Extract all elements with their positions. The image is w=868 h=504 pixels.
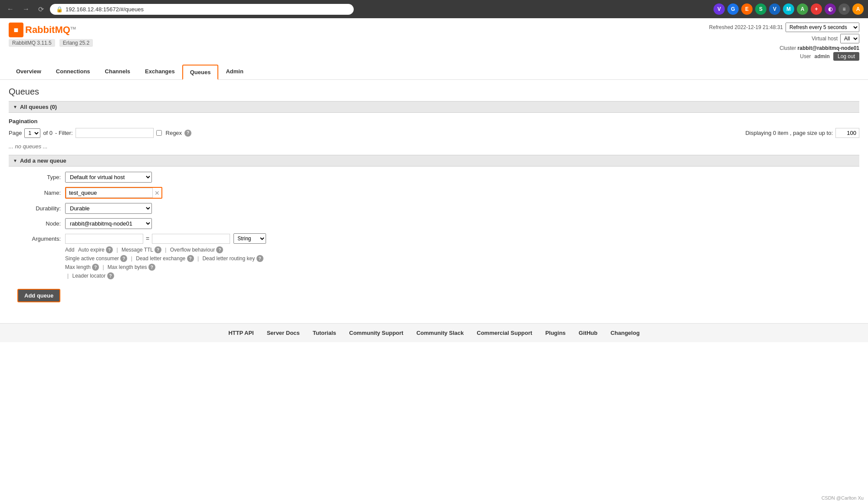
arg-links-row4: | Leader locator ? (65, 272, 859, 279)
display-info: Displaying 0 item , page size up to: (745, 128, 859, 138)
footer-community-support[interactable]: Community Support (349, 330, 404, 336)
arg-auto-expire-link[interactable]: Auto expire (78, 247, 105, 253)
add-queue-button[interactable]: Add queue (17, 289, 60, 302)
name-clear-button[interactable]: ✕ (153, 190, 161, 196)
regex-label: Regex (166, 130, 182, 136)
ext-icon-8: + (811, 3, 822, 15)
page-size-input[interactable] (835, 128, 859, 138)
auto-expire-help-icon[interactable]: ? (106, 246, 113, 253)
footer-plugins[interactable]: Plugins (545, 330, 566, 336)
vhost-dropdown[interactable]: All / (840, 34, 859, 43)
filter-label: - Filter: (55, 130, 72, 136)
of-zero-text: of 0 (43, 130, 53, 136)
footer-changelog[interactable]: Changelog (611, 330, 640, 336)
nav-overview[interactable]: Overview (9, 64, 49, 79)
user-value: admin (815, 53, 830, 59)
node-label: Node: (9, 220, 61, 227)
footer-http-api[interactable]: HTTP API (228, 330, 254, 336)
reload-button[interactable]: ⟳ (36, 3, 46, 15)
nav-channels[interactable]: Channels (98, 64, 138, 79)
arg-max-length-bytes-link[interactable]: Max length bytes (108, 264, 147, 270)
browser-bar: ← → ⟳ 🔒 192.168.12.48:15672/#/queues V G… (0, 0, 868, 18)
main-content: Queues ▼ All queues (0) Pagination Page … (0, 80, 868, 314)
name-input-wrapper: ✕ (65, 187, 162, 199)
forward-button[interactable]: → (20, 3, 32, 15)
browser-extensions: V G E S V M A + ◐ ≡ A (713, 3, 864, 15)
cluster-label: Cluster (779, 45, 796, 51)
ext-icon-3: E (741, 3, 753, 15)
max-length-help-icon[interactable]: ? (92, 264, 99, 271)
arg-dead-letter-routing-key-link[interactable]: Dead letter routing key (202, 255, 255, 262)
filter-input[interactable] (76, 128, 154, 138)
add-queue-form: Type: Default for virtual host Classic Q… (9, 172, 859, 302)
name-row: Name: ✕ (9, 187, 859, 199)
arguments-value-input[interactable] (152, 234, 230, 244)
logo-icon: ■ (9, 23, 23, 37)
nav-connections[interactable]: Connections (49, 64, 98, 79)
arg-message-ttl-link[interactable]: Message TTL (122, 247, 153, 253)
name-label: Name: (9, 190, 61, 196)
message-ttl-help-icon[interactable]: ? (155, 246, 161, 253)
arguments-type-select[interactable]: String Number Boolean List (233, 233, 266, 244)
vhost-label: Virtual host (812, 36, 838, 42)
max-length-bytes-help-icon[interactable]: ? (148, 264, 155, 271)
arg-max-length-link[interactable]: Max length (65, 264, 91, 270)
single-active-help-icon[interactable]: ? (120, 255, 127, 262)
ext-icon-4: S (755, 3, 766, 15)
ext-icon-5: V (769, 3, 780, 15)
pagination-section: Pagination Page 1 of 0 - Filter: Regex ?… (9, 118, 859, 138)
no-queues-text: ... no queues ... (9, 143, 859, 150)
nav-admin[interactable]: Admin (218, 64, 250, 79)
ext-icon-9: ◐ (825, 3, 836, 15)
ext-icon-10: ≡ (838, 3, 850, 15)
footer-server-docs[interactable]: Server Docs (267, 330, 300, 336)
logo-tm: TM (70, 26, 76, 30)
add-queue-section: ▼ Add a new queue Type: Default for virt… (9, 155, 859, 302)
leader-locator-help-icon[interactable]: ? (107, 272, 114, 279)
type-select[interactable]: Default for virtual host Classic Quorum … (65, 172, 152, 183)
collapse-arrow-icon: ▼ (13, 105, 17, 109)
arg-links-row3: Max length ? | Max length bytes ? (65, 264, 859, 271)
all-queues-section-header[interactable]: ▼ All queues (0) (9, 101, 859, 113)
footer-commercial-support[interactable]: Commercial Support (477, 330, 533, 336)
main-nav: Overview Connections Channels Exchanges … (9, 64, 859, 79)
ext-icon-7: A (797, 3, 808, 15)
arg-single-active-link[interactable]: Single active consumer (65, 255, 119, 262)
arg-links-row2: Single active consumer ? | Dead letter e… (65, 255, 859, 262)
address-bar[interactable]: 🔒 192.168.12.48:15672/#/queues (50, 4, 354, 15)
back-button[interactable]: ← (4, 3, 16, 15)
footer-github[interactable]: GitHub (579, 330, 597, 336)
footer-community-slack[interactable]: Community Slack (416, 330, 464, 336)
regex-checkbox[interactable] (156, 130, 162, 136)
add-queue-section-header[interactable]: ▼ Add a new queue (9, 155, 859, 167)
refresh-dropdown[interactable]: Refresh every 5 seconds Refresh every 10… (786, 23, 859, 32)
ext-icon-1: V (713, 3, 725, 15)
overflow-help-icon[interactable]: ? (216, 246, 223, 253)
arguments-key-input[interactable] (65, 234, 143, 244)
durability-select[interactable]: Durable Transient (65, 203, 152, 214)
nav-exchanges[interactable]: Exchanges (138, 64, 182, 79)
regex-help-icon[interactable]: ? (184, 130, 191, 137)
page-label: Page (9, 130, 22, 136)
footer-tutorials[interactable]: Tutorials (313, 330, 336, 336)
nav-queues[interactable]: Queues (182, 65, 219, 80)
all-queues-label: All queues (0) (20, 104, 57, 110)
durability-row: Durability: Durable Transient (9, 203, 859, 214)
node-select[interactable]: rabbit@rabbitmq-node01 (65, 218, 152, 229)
arg-leader-locator-link[interactable]: Leader locator (72, 273, 105, 279)
name-input[interactable] (66, 188, 153, 198)
node-row: Node: rabbit@rabbitmq-node01 (9, 218, 859, 229)
logout-button[interactable]: Log out (833, 52, 859, 61)
erlang-version-badge: Erlang 25.2 (59, 39, 93, 47)
dead-letter-exchange-help-icon[interactable]: ? (187, 255, 194, 262)
user-label: User (800, 53, 811, 59)
page-select[interactable]: 1 (24, 128, 40, 138)
dead-letter-routing-key-help-icon[interactable]: ? (256, 255, 263, 262)
type-label: Type: (9, 174, 61, 180)
rabbitmq-version-badge: RabbitMQ 3.11.5 (9, 39, 55, 47)
arg-overflow-link[interactable]: Overflow behaviour (170, 247, 215, 253)
logo-text: RabbitMQTM (25, 24, 76, 36)
add-queue-arrow-icon: ▼ (13, 158, 17, 163)
equals-sign: = (146, 235, 149, 242)
arg-dead-letter-exchange-link[interactable]: Dead letter exchange (136, 255, 185, 262)
